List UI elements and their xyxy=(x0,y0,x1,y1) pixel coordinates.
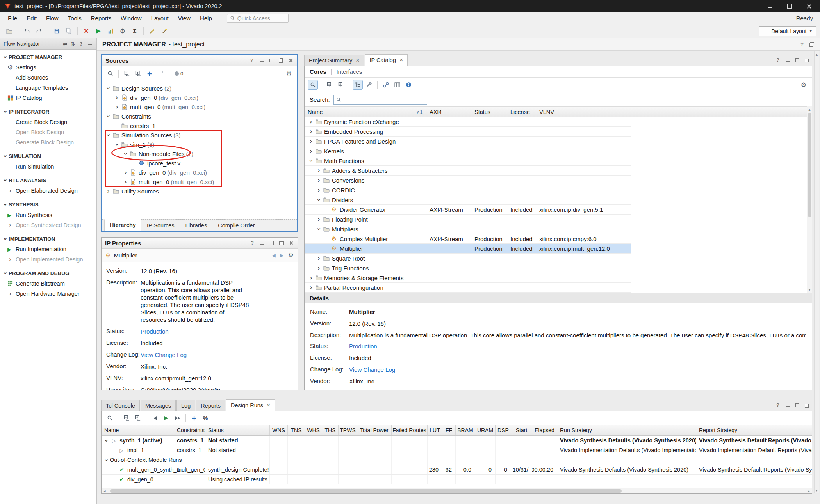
column-header-status[interactable]: Status xyxy=(471,107,507,117)
ip-catalog-row[interactable]: ›Square Root xyxy=(305,254,631,263)
flow-item-settings[interactable]: ⚙Settings xyxy=(0,62,96,73)
flow-section-implementation[interactable]: ›IMPLEMENTATION xyxy=(0,234,96,244)
scroll-right-icon[interactable]: ▸ xyxy=(806,489,811,493)
tree-item[interactable]: ›ipcore_test.v xyxy=(102,158,297,168)
column-header-lut[interactable]: LUT xyxy=(428,425,442,435)
settings-gear-icon[interactable]: ⚙ xyxy=(799,80,809,90)
flow-item-language-templates[interactable]: Language Templates xyxy=(0,83,96,93)
flow-item-run-simulation[interactable]: Run Simulation xyxy=(0,161,96,172)
runs-plus-icon[interactable] xyxy=(189,413,199,423)
subtab-cores[interactable]: Cores xyxy=(310,68,326,75)
column-header-start[interactable]: Start xyxy=(511,425,532,435)
sources-tab-libraries[interactable]: Libraries xyxy=(180,220,213,231)
tab-project-summary[interactable]: Project Summary× xyxy=(304,55,364,66)
forward-arrow-icon[interactable]: ▶ xyxy=(280,252,284,258)
ip-catalog-row[interactable]: ›Embedded Processing xyxy=(305,127,631,137)
column-header-total-power[interactable]: Total Power xyxy=(357,425,392,435)
sources-tab-hierarchy[interactable]: Hierarchy xyxy=(104,219,141,231)
catalog-link-icon[interactable] xyxy=(381,80,391,90)
chevron-down-icon[interactable]: › xyxy=(122,151,129,157)
tab-tcl-console[interactable]: Tcl Console xyxy=(101,400,140,411)
help-icon[interactable]: ? xyxy=(799,42,805,47)
help-icon[interactable]: ? xyxy=(775,57,781,63)
toolbar-undo-icon[interactable] xyxy=(21,26,32,36)
scroll-left-icon[interactable]: ◂ xyxy=(102,489,107,493)
column-header-uram[interactable]: URAM xyxy=(475,425,496,435)
catalog-wrench-icon[interactable] xyxy=(364,80,374,90)
toolbar-folder-open-icon[interactable] xyxy=(4,26,15,36)
settings-gear-icon[interactable]: ⚙ xyxy=(288,252,294,259)
column-header-bram[interactable]: BRAM xyxy=(456,425,475,435)
toolbar-cancel-icon[interactable]: × xyxy=(81,26,92,36)
flow-item-create-block-design[interactable]: Create Block Design xyxy=(0,117,96,127)
chevron-down-icon[interactable]: › xyxy=(103,457,110,463)
flow-item-generate-bitstream[interactable]: Generate Bitstream xyxy=(0,279,96,289)
ip-search-input[interactable] xyxy=(343,96,424,103)
chevron-right-icon[interactable]: › xyxy=(316,177,322,184)
tree-item[interactable]: ›sim_1 (3) xyxy=(102,140,297,149)
column-header-status[interactable]: Status xyxy=(205,425,270,435)
float-icon[interactable] xyxy=(279,240,284,246)
detail-value[interactable]: Production xyxy=(349,343,806,350)
catalog-collapse-tree-icon[interactable] xyxy=(324,80,335,90)
flow-item-run-synthesis[interactable]: ▶Run Synthesis xyxy=(0,210,96,220)
flow-item-run-implementation[interactable]: ▶Run Implementation xyxy=(0,244,96,254)
toolbar-copy-icon[interactable] xyxy=(63,26,74,36)
menu-edit[interactable]: Edit xyxy=(22,13,41,23)
ip-catalog-row[interactable]: ›⚙Divider GeneratorAXI4-StreamProduction… xyxy=(305,205,631,215)
chevron-down-icon[interactable]: › xyxy=(105,113,112,120)
column-header-dsp[interactable]: DSP xyxy=(496,425,511,435)
column-header-ths[interactable]: THS xyxy=(322,425,339,435)
scrollbar-thumb[interactable] xyxy=(808,113,811,217)
ip-catalog-row[interactable]: ›Multipliers xyxy=(305,224,631,234)
flow-section-project-manager[interactable]: ›PROJECT MANAGER xyxy=(0,52,96,62)
flow-item-open-hardware-manager[interactable]: ›Open Hardware Manager xyxy=(0,289,96,299)
vertical-scrollbar[interactable]: ▴ ▾ xyxy=(814,51,819,493)
chevron-right-icon[interactable]: › xyxy=(308,138,314,145)
ip-catalog-row[interactable]: ›FPGA Features and Design xyxy=(305,137,631,146)
chevron-down-icon[interactable]: › xyxy=(103,437,110,444)
chevron-down-icon[interactable]: › xyxy=(316,197,322,203)
ip-catalog-row[interactable]: ›CORDIC xyxy=(305,185,631,195)
sources-magnifier-icon[interactable] xyxy=(105,69,115,78)
sources-tab-compile-order[interactable]: Compile Order xyxy=(212,220,260,231)
menu-file[interactable]: File xyxy=(3,13,22,23)
column-header-ff[interactable]: FF xyxy=(442,425,456,435)
ip-property-value[interactable]: View Change Log xyxy=(141,351,294,358)
toolbar-pencil-icon[interactable] xyxy=(147,26,158,36)
flow-section-program-and-debug[interactable]: ›PROGRAM AND DEBUG xyxy=(0,268,96,279)
design-run-row[interactable]: ›▷impl_1constrs_1Not startedVivado Imple… xyxy=(102,445,812,455)
design-run-row[interactable]: ›✔div_gen_0Using cached IP results xyxy=(102,475,812,484)
collapse-icon[interactable] xyxy=(87,41,93,46)
close-button[interactable] xyxy=(806,3,812,9)
maximize-icon[interactable] xyxy=(269,58,274,63)
runs-magnifier-icon[interactable] xyxy=(105,413,115,423)
column-header-constraints[interactable]: Constraints xyxy=(174,425,205,435)
column-header-run-strategy[interactable]: Run Strategy xyxy=(557,425,696,435)
float-icon[interactable] xyxy=(278,58,284,63)
scroll-up-icon[interactable]: ▴ xyxy=(815,52,819,57)
column-header-elapsed[interactable]: Elapsed xyxy=(532,425,557,435)
runs-expand-tree-icon[interactable] xyxy=(133,413,143,423)
help-icon[interactable]: ? xyxy=(250,240,255,246)
design-run-row[interactable]: ›Out-of-Context Module Runs xyxy=(102,455,812,465)
scroll-down-icon[interactable]: ▾ xyxy=(815,488,819,492)
chevron-right-icon[interactable]: › xyxy=(122,169,129,176)
sources-tab-ip-sources[interactable]: IP Sources xyxy=(141,220,180,231)
toolbar-run-icon[interactable]: ▶ xyxy=(93,26,104,36)
ip-property-value[interactable]: Production xyxy=(141,328,294,335)
chevron-down-icon[interactable]: › xyxy=(316,226,322,232)
column-header-name[interactable]: Name xyxy=(102,425,174,435)
tree-item[interactable]: ›Constraints xyxy=(102,112,297,121)
chevron-right-icon[interactable]: › xyxy=(316,255,322,262)
sort-icon[interactable]: ⇅ xyxy=(71,41,75,47)
close-icon[interactable]: × xyxy=(267,402,270,408)
settings-gear-icon[interactable]: ⚙ xyxy=(284,69,294,78)
float-icon[interactable] xyxy=(809,42,815,47)
chevron-right-icon[interactable]: › xyxy=(114,94,120,101)
chevron-down-icon[interactable]: › xyxy=(105,85,112,92)
toolbar-save-icon[interactable] xyxy=(51,26,62,36)
chevron-right-icon[interactable]: › xyxy=(122,179,129,185)
chevron-right-icon[interactable]: › xyxy=(316,265,322,272)
runs-step-first-icon[interactable] xyxy=(150,413,160,423)
